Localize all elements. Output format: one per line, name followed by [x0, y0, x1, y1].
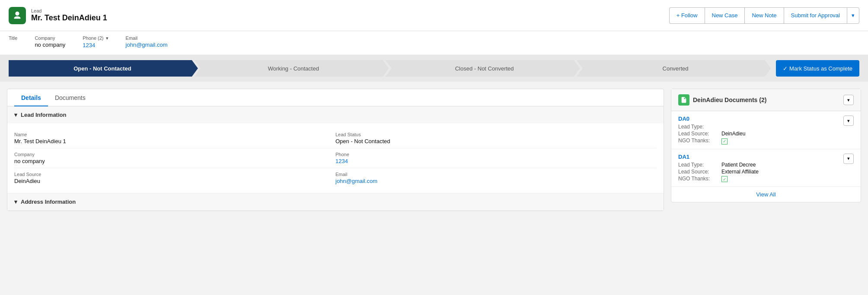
doc-da0-meta: Lead Type: Lead Source: DeinAdieu NGO Th… [678, 124, 843, 144]
doc-da1-type-value: Patient Decree [721, 162, 843, 168]
stage-container: Open - Not Contacted Working - Contacted… [9, 60, 771, 77]
tabs: Details Documents [7, 89, 664, 106]
left-panel: Details Documents ▾ Lead Information Nam… [7, 89, 664, 211]
title-field: Title [9, 35, 17, 48]
title-label: Title [9, 35, 17, 41]
info-bar: Title Company no company Phone (2) ▾ 123… [0, 31, 868, 55]
doc-da1-ngo-value: ✓ [721, 176, 843, 183]
lead-meta: Lead Mr. Test DeinAdieu 1 [31, 8, 107, 22]
doc-da1-source-label: Lead Source: [678, 169, 721, 175]
right-panel-dropdown-button[interactable]: ▾ [843, 95, 854, 105]
lead-icon [9, 7, 26, 24]
address-section-header[interactable]: ▾ Address Information [7, 193, 664, 210]
doc-item-da0: DA0 Lead Type: Lead Source: DeinAdieu NG… [671, 111, 861, 149]
submit-for-approval-button[interactable]: Submit for Approval [784, 7, 847, 24]
name-field-row: Name Mr. Test DeinAdieu 1 ✎ [14, 128, 335, 148]
stage-bar: Open - Not Contacted Working - Contacted… [0, 55, 868, 82]
lead-status-label: Lead Status [335, 132, 650, 137]
chevron-down-icon: ▾ [847, 156, 850, 161]
left-fields: Name Mr. Test DeinAdieu 1 ✎ Company no c… [14, 128, 335, 188]
collapse-icon: ▾ [14, 112, 17, 118]
doc-da1-ngo-label: NGO Thanks: [678, 176, 721, 183]
stage-converted[interactable]: Converted [577, 60, 771, 77]
right-panel-header: DeinAdieu Documents (2) ▾ [671, 89, 861, 111]
lead-info-content: Name Mr. Test DeinAdieu 1 ✎ Company no c… [7, 123, 664, 193]
chevron-down-icon: ▾ [847, 118, 850, 124]
fields-grid: Name Mr. Test DeinAdieu 1 ✎ Company no c… [14, 128, 657, 188]
name-label: Name [14, 132, 329, 137]
doc-da1-type-label: Lead Type: [678, 162, 721, 168]
follow-button[interactable]: + Follow [669, 7, 705, 24]
doc-item-da1: DA1 Lead Type: Patient Decree Lead Sourc… [671, 149, 861, 187]
doc-da0-name[interactable]: DA0 [678, 115, 843, 122]
doc-da1-source-value: External Affiliate [721, 169, 843, 175]
phone-value[interactable]: 1234 [83, 42, 108, 48]
company-field-label: Company [14, 152, 329, 157]
address-information-section: ▾ Address Information [7, 193, 664, 211]
email-right-value: john@gmail.com ✎ [335, 178, 650, 184]
name-value: Mr. Test DeinAdieu 1 ✎ [14, 138, 329, 144]
company-field-value: no company ✎ [14, 158, 329, 164]
phone-right-value: 1234 ✎ [335, 158, 650, 164]
doc-da0-source-label: Lead Source: [678, 131, 721, 137]
doc-da1-dropdown-button[interactable]: ▾ [843, 154, 854, 164]
doc-da1-name[interactable]: DA1 [678, 154, 843, 160]
lead-information-section: ▾ Lead Information Name Mr. Test DeinAdi… [7, 106, 664, 193]
lead-source-value: DeinAdieu ✎ [14, 178, 329, 184]
lead-status-value: Open - Not Contacted ✎ [335, 138, 650, 144]
tab-details[interactable]: Details [14, 89, 48, 106]
chevron-down-icon: ▾ [847, 97, 850, 103]
actions-dropdown-button[interactable]: ▾ [847, 7, 859, 24]
stage-closed-not-converted[interactable]: Closed - Not Converted [386, 60, 580, 77]
company-label: Company [35, 35, 65, 41]
email-label: Email [126, 35, 168, 41]
doc-da0-ngo-value: ✓ [721, 138, 843, 144]
phone-label: Phone (2) ▾ [83, 35, 108, 41]
lead-source-field-row: Lead Source DeinAdieu ✎ [14, 168, 335, 188]
page-header: Lead Mr. Test DeinAdieu 1 + Follow New C… [0, 0, 868, 31]
header-left: Lead Mr. Test DeinAdieu 1 [9, 7, 107, 24]
doc-da1-meta: Lead Type: Patient Decree Lead Source: E… [678, 162, 843, 183]
address-section-title: Address Information [21, 199, 76, 205]
company-value: no company [35, 42, 65, 48]
email-right-label: Email [335, 172, 650, 177]
phone-right-label: Phone [335, 152, 650, 157]
email-value[interactable]: john@gmail.com [126, 42, 168, 48]
lead-status-field-row: Lead Status Open - Not Contacted ✎ [335, 128, 657, 148]
email-field: Email john@gmail.com [126, 35, 168, 48]
doc-da0-source-value: DeinAdieu [721, 131, 843, 137]
new-case-button[interactable]: New Case [705, 7, 745, 24]
chevron-down-icon: ▾ [852, 12, 855, 19]
stage-working-contacted[interactable]: Working - Contacted [195, 60, 389, 77]
doc-da0-type-label: Lead Type: [678, 124, 721, 130]
header-actions: + Follow New Case New Note Submit for Ap… [669, 7, 859, 24]
company-field: Company no company [35, 35, 65, 48]
right-panel-title-text: DeinAdieu Documents (2) [693, 96, 766, 103]
address-collapse-icon: ▾ [14, 199, 17, 205]
content-area: Details Documents ▾ Lead Information Nam… [0, 82, 868, 218]
tab-documents[interactable]: Documents [48, 89, 93, 106]
document-icon [678, 94, 689, 106]
mark-complete-button[interactable]: ✓ Mark Status as Complete [776, 60, 859, 77]
lead-info-title: Lead Information [21, 112, 66, 118]
view-all-link[interactable]: View All [671, 187, 861, 202]
phone-right-field-row: Phone 1234 ✎ [335, 148, 657, 168]
right-fields: Lead Status Open - Not Contacted ✎ Phone… [335, 128, 657, 188]
doc-da0-dropdown-button[interactable]: ▾ [843, 115, 854, 126]
doc-da0-ngo-label: NGO Thanks: [678, 138, 721, 144]
phone-dropdown-icon[interactable]: ▾ [106, 35, 108, 41]
right-panel-title: DeinAdieu Documents (2) [678, 94, 766, 106]
company-field-row: Company no company ✎ [14, 148, 335, 168]
right-panel: DeinAdieu Documents (2) ▾ DA0 Lead Type:… [671, 89, 861, 202]
phone-field: Phone (2) ▾ 1234 [83, 35, 108, 48]
email-right-field-row: Email john@gmail.com ✎ [335, 168, 657, 188]
new-note-button[interactable]: New Note [744, 7, 783, 24]
stage-open-not-contacted[interactable]: Open - Not Contacted [9, 60, 198, 77]
doc-da0-type-value [721, 124, 843, 130]
lead-info-section-header[interactable]: ▾ Lead Information [7, 106, 664, 123]
record-name: Mr. Test DeinAdieu 1 [31, 13, 107, 22]
record-type-label: Lead [31, 8, 107, 13]
lead-source-label: Lead Source [14, 172, 329, 177]
